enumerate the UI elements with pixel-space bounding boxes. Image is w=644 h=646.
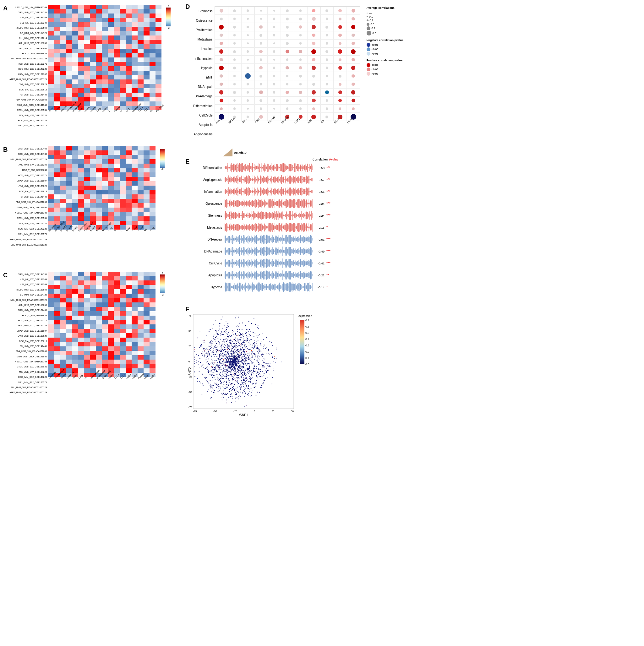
svg-rect-1553 <box>255 286 255 288</box>
heatmap-cell <box>90 159 96 164</box>
svg-rect-581 <box>301 202 301 205</box>
heatmap-ylabel: MG_UNB_MW_GSE103224 <box>9 369 47 374</box>
svg-rect-996 <box>280 237 281 241</box>
svg-rect-1380 <box>242 271 242 279</box>
heatmap-cell <box>137 146 144 150</box>
svg-rect-1496 <box>310 273 310 278</box>
svg-rect-1613 <box>290 282 291 292</box>
svg-rect-1191 <box>306 247 307 256</box>
heatmap-cell <box>137 88 144 93</box>
svg-rect-211 <box>260 177 260 183</box>
svg-rect-728 <box>299 213 299 218</box>
heatmap-cell <box>60 281 66 285</box>
svg-rect-146 <box>310 167 310 168</box>
heatmap-cell <box>96 84 102 88</box>
correlation-row: Stemness0.24*** <box>193 209 641 221</box>
svg-rect-1243 <box>249 260 250 266</box>
svg-rect-766 <box>234 224 234 230</box>
svg-rect-193 <box>249 176 250 184</box>
svg-rect-937 <box>246 236 246 242</box>
dot-plot-ylabel: Apoptosis <box>193 121 213 129</box>
svg-rect-1158 <box>287 249 288 254</box>
svg-rect-1156 <box>286 247 286 255</box>
heatmap-cell <box>54 329 60 333</box>
svg-rect-553 <box>284 201 285 206</box>
svg-rect-961 <box>260 235 260 244</box>
svg-rect-460 <box>230 199 230 207</box>
svg-rect-1118 <box>264 250 264 252</box>
svg-rect-1035 <box>303 236 303 243</box>
svg-rect-1484 <box>302 273 303 277</box>
svg-rect-922 <box>237 239 237 240</box>
heatmap-cell <box>114 294 120 298</box>
heatmap-cell <box>114 146 120 150</box>
svg-rect-720 <box>294 213 295 218</box>
size-legend-dot <box>367 23 369 26</box>
svg-rect-131 <box>301 164 301 172</box>
heatmap-cell <box>108 75 114 80</box>
svg-rect-1651 <box>300 320 304 364</box>
svg-rect-1382 <box>243 275 243 276</box>
svg-rect-42 <box>249 166 249 169</box>
heatmap-cell <box>78 194 84 199</box>
svg-rect-279 <box>300 179 300 180</box>
svg-rect-576 <box>298 199 298 208</box>
heatmap-cell <box>96 159 102 164</box>
dot-cell <box>338 9 342 13</box>
svg-rect-839 <box>276 225 276 230</box>
heatmap-cell <box>72 346 78 351</box>
svg-rect-832 <box>272 223 272 232</box>
heatmap-cell <box>150 173 156 177</box>
heatmap-cell <box>48 146 54 150</box>
svg-rect-1327 <box>298 260 299 266</box>
svg-rect-1486 <box>304 271 304 279</box>
svg-rect-774 <box>238 224 239 231</box>
svg-rect-210 <box>259 179 260 180</box>
svg-rect-77 <box>269 166 270 169</box>
svg-rect-35 <box>245 165 245 171</box>
heatmap-ylabel: UVM_UNB_10X_GSE139829 <box>9 82 47 87</box>
svg-rect-1599 <box>282 284 282 291</box>
heatmap-cell <box>96 27 102 31</box>
dot-cell <box>326 42 328 44</box>
svg-rect-1133 <box>273 246 273 256</box>
heatmap-cell <box>131 186 137 190</box>
svg-rect-1007 <box>287 236 287 242</box>
heatmap-cell <box>78 181 84 186</box>
heatmap-cell <box>54 53 60 58</box>
svg-rect-1267 <box>263 259 264 267</box>
svg-rect-1458 <box>287 273 288 278</box>
heatmap-cell <box>114 190 120 194</box>
svg-rect-1398 <box>252 273 253 278</box>
svg-rect-640 <box>248 215 248 216</box>
heatmap-cell <box>126 49 131 53</box>
heatmap-cell <box>78 289 84 294</box>
svg-rect-61 <box>260 166 260 169</box>
svg-rect-911 <box>231 238 231 240</box>
svg-rect-1396 <box>251 271 251 279</box>
svg-rect-1611 <box>289 282 289 292</box>
neg-legend-label: >0.05 <box>372 52 379 55</box>
heatmap-cell <box>60 58 66 62</box>
heatmap-cell <box>126 186 131 190</box>
svg-rect-438 <box>305 189 305 194</box>
heatmap-cell <box>114 281 120 285</box>
svg-rect-910 <box>230 237 230 241</box>
svg-rect-885 <box>303 223 303 232</box>
svg-rect-416 <box>292 189 292 194</box>
corr-pvalue: ** <box>325 273 334 277</box>
svg-rect-1188 <box>305 249 305 253</box>
svg-rect-1213 <box>232 259 232 266</box>
svg-rect-804 <box>256 224 256 231</box>
svg-rect-1184 <box>302 249 303 253</box>
svg-rect-322 <box>237 187 237 196</box>
svg-rect-1355 <box>227 273 227 278</box>
corr-row-label: Hypoxia <box>193 286 224 289</box>
heatmap-cell <box>84 58 90 62</box>
heatmap-cell <box>144 80 150 84</box>
svg-rect-401 <box>283 189 284 194</box>
heatmap-cell <box>54 190 60 194</box>
svg-rect-1325 <box>297 261 297 266</box>
svg-rect-620 <box>236 212 236 219</box>
svg-rect-846 <box>280 225 281 230</box>
